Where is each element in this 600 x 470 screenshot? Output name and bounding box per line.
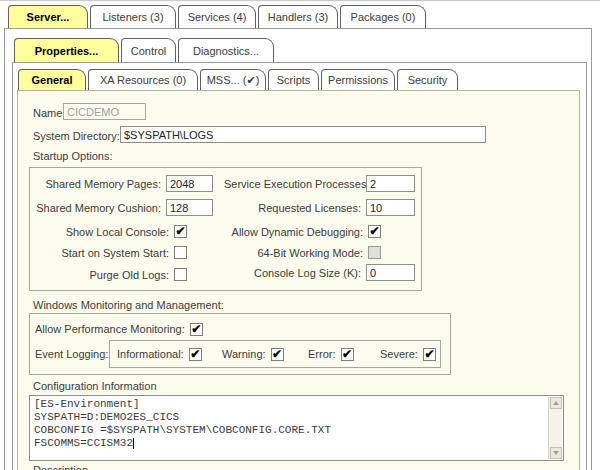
console-log-size-row: Console Log Size (K): (224, 264, 415, 281)
tab-scripts[interactable]: Scripts (268, 69, 319, 90)
name-label: Name: (33, 107, 65, 119)
tabrow-level3: General XA Resources (0) MSS... (✔) Scri… (18, 69, 458, 90)
tab-diagnostics[interactable]: Diagnostics... (178, 38, 274, 62)
tab-general[interactable]: General (18, 69, 86, 90)
allow-dynamic-debugging-checkbox[interactable]: ✔ (368, 225, 381, 238)
shared-memory-pages-row: Shared Memory Pages: (31, 175, 213, 192)
event-warning-row: Warning: ✔ (222, 347, 284, 361)
start-on-system-start-checkbox[interactable] (174, 246, 187, 259)
text-caret (133, 438, 134, 449)
configuration-information-text: [ES-Environment] SYSPATH=D:DEMO2ES_CICS … (34, 398, 545, 458)
service-execution-processes-row: Service Execution Processes: (224, 175, 415, 192)
scroll-up-button[interactable] (550, 397, 562, 409)
event-informational-label: Informational: (117, 348, 184, 360)
shared-memory-cushion-label: Shared Memory Cushion: (31, 202, 161, 214)
event-error-label: Error: (308, 348, 336, 360)
tab-server[interactable]: Server... (8, 5, 88, 28)
configuration-information-label: Configuration Information (33, 380, 157, 392)
tab-services[interactable]: Services (4) (178, 5, 256, 28)
purge-old-logs-row: Purge Old Logs: (39, 266, 187, 283)
event-error-checkbox[interactable]: ✔ (341, 348, 354, 361)
requested-licenses-input[interactable] (366, 199, 415, 216)
shared-memory-pages-label: Shared Memory Pages: (31, 178, 161, 190)
config-scrollbar[interactable] (548, 397, 562, 459)
system-directory-input[interactable] (120, 126, 486, 143)
show-local-console-label: Show Local Console: (39, 226, 169, 238)
tabrow-level2: Properties... Control Diagnostics... (14, 38, 274, 62)
event-logging-label: Event Logging: (35, 348, 108, 360)
tab-security[interactable]: Security (397, 69, 458, 90)
64bit-working-mode-row: 64-Bit Working Mode: (226, 244, 381, 261)
scroll-up-icon (553, 401, 559, 405)
tabrow-level1: Server... Listeners (3) Services (4) Han… (8, 5, 426, 28)
tab-listeners[interactable]: Listeners (3) (90, 5, 176, 28)
tab-handlers[interactable]: Handlers (3) (258, 5, 338, 28)
window-top-edge (0, 0, 600, 1)
event-informational-row: Informational: ✔ (117, 347, 202, 361)
tab-properties[interactable]: Properties... (14, 38, 119, 62)
system-directory-label: System Directory: (33, 130, 120, 142)
allow-dynamic-debugging-label: Allow Dynamic Debugging: (226, 226, 363, 238)
event-error-row: Error: ✔ (308, 347, 354, 361)
shared-memory-pages-input[interactable] (166, 175, 213, 192)
show-local-console-row: Show Local Console: ✔ (39, 223, 187, 240)
tab-mss[interactable]: MSS... (✔) (200, 69, 266, 90)
requested-licenses-row: Requested Licenses: (224, 199, 415, 216)
configuration-information-textarea[interactable]: [ES-Environment] SYSPATH=D:DEMO2ES_CICS … (29, 395, 564, 461)
tab-permissions[interactable]: Permissions (321, 69, 395, 90)
show-local-console-checkbox[interactable]: ✔ (174, 225, 187, 238)
enterprise-server-admin-window: Server... Listeners (3) Services (4) Han… (0, 0, 600, 470)
purge-old-logs-label: Purge Old Logs: (39, 269, 169, 281)
shared-memory-cushion-input[interactable] (166, 199, 213, 216)
start-on-system-start-label: Start on System Start: (39, 247, 169, 259)
requested-licenses-label: Requested Licenses: (224, 202, 361, 214)
service-execution-processes-label: Service Execution Processes: (224, 178, 361, 190)
event-informational-checkbox[interactable]: ✔ (189, 348, 202, 361)
scroll-down-icon (553, 451, 559, 455)
name-input[interactable] (63, 103, 146, 120)
tab-xa-resources[interactable]: XA Resources (0) (88, 69, 198, 90)
allow-performance-monitoring-label: Allow Performance Monitoring: (35, 323, 185, 335)
purge-old-logs-checkbox[interactable] (174, 268, 187, 281)
event-severe-checkbox[interactable]: ✔ (423, 348, 436, 361)
startup-options-title: Startup Options: (33, 150, 113, 162)
event-warning-checkbox[interactable]: ✔ (271, 348, 284, 361)
event-warning-label: Warning: (222, 348, 266, 360)
shared-memory-cushion-row: Shared Memory Cushion: (31, 199, 213, 216)
64bit-working-mode-checkbox (368, 246, 381, 259)
console-log-size-label: Console Log Size (K): (224, 267, 361, 279)
allow-performance-monitoring-checkbox[interactable]: ✔ (190, 323, 203, 336)
service-execution-processes-input[interactable] (366, 175, 415, 192)
tab-packages[interactable]: Packages (0) (340, 5, 426, 28)
monitoring-title: Windows Monitoring and Management: (33, 299, 224, 311)
allow-dynamic-debugging-row: Allow Dynamic Debugging: ✔ (226, 223, 381, 240)
64bit-working-mode-label: 64-Bit Working Mode: (226, 247, 363, 259)
tab-control[interactable]: Control (121, 38, 176, 62)
allow-performance-monitoring-row: Allow Performance Monitoring: ✔ (35, 322, 203, 336)
console-log-size-input[interactable] (366, 264, 415, 281)
event-severe-label: Severe: (380, 348, 418, 360)
start-on-system-start-row: Start on System Start: (39, 244, 187, 261)
description-label: Description (33, 464, 88, 470)
scroll-down-button[interactable] (550, 447, 562, 459)
event-severe-row: Severe: ✔ (380, 347, 436, 361)
